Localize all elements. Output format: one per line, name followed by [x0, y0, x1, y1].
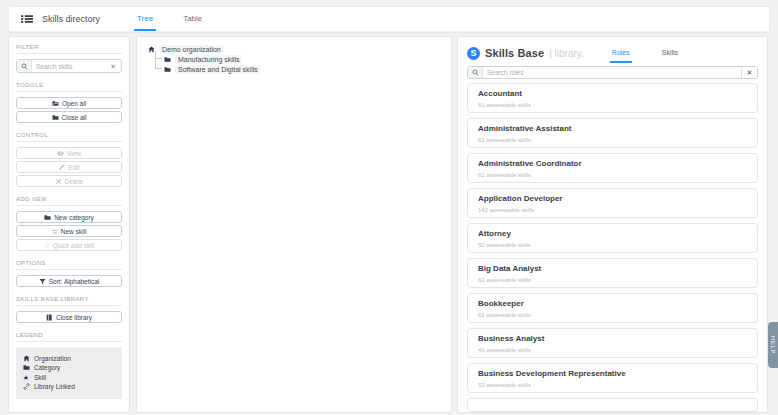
x-icon [55, 178, 62, 185]
tree-node-manufacturing-skills[interactable]: Manufacturing skills [152, 54, 440, 64]
section-label-control: CONTROL [16, 132, 122, 142]
new-skill-button[interactable]: ☆ New skill [16, 225, 122, 237]
skills-search-group: ✕ [16, 59, 122, 73]
role-name: Business Development Representative [478, 369, 747, 378]
tab-skills[interactable]: Skills [660, 43, 680, 63]
search-icon [17, 60, 32, 72]
book-icon [46, 314, 53, 321]
role-name: Attorney [478, 229, 747, 238]
role-card[interactable]: Accountant 61 assessable skills [467, 83, 758, 113]
search-icon [468, 67, 483, 78]
view-label: View [67, 150, 81, 157]
search-roles-input[interactable] [483, 69, 741, 76]
role-card[interactable]: Application Developer 142 assessable ski… [467, 188, 758, 218]
page-title: Skills directory [42, 14, 100, 24]
role-skill-count: 142 assessable skills [478, 207, 747, 213]
tab-roles[interactable]: Roles [610, 43, 632, 63]
role-skill-count: 53 assessable skills [478, 382, 747, 388]
legend-label: Skill [34, 374, 46, 381]
tree-panel: Demo organization Manufacturing skills S… [136, 36, 452, 413]
role-name: Bookkeeper [478, 299, 747, 308]
roles-search-group: ✕ [467, 66, 758, 79]
clear-search-icon[interactable]: ✕ [105, 63, 121, 70]
tree-node-organization[interactable]: Demo organization [148, 44, 440, 54]
legend-box: Organization Category ★ Skill Library Li… [16, 347, 122, 399]
tab-tree[interactable]: Tree [134, 7, 156, 31]
role-card[interactable]: Administrative Assistant 61 assessable s… [467, 118, 758, 148]
help-tab[interactable]: HELP [768, 322, 778, 368]
sort-alphabetical-button[interactable]: Sort: Alphabetical [16, 275, 122, 287]
folder-icon [44, 214, 51, 221]
sidebar: FILTER ✕ TOGGLE Open all Close all CONTR… [8, 36, 130, 413]
role-skill-count: 46 assessable skills [478, 347, 747, 353]
tree-node-label[interactable]: Software and Digital skills [175, 65, 261, 74]
brand-suffix: | library. [549, 48, 584, 59]
open-all-label: Open all [62, 100, 86, 107]
search-skills-input[interactable] [32, 63, 105, 70]
tree-children: Manufacturing skills Software and Digita… [152, 54, 440, 74]
home-icon [148, 46, 155, 53]
new-category-button[interactable]: New category [16, 211, 122, 223]
list-icon [21, 14, 33, 24]
library-header: S Skills Base | library. Roles Skills [467, 43, 758, 63]
role-card[interactable]: Big Data Analyst 61 assessable skills [467, 258, 758, 288]
role-name: Business Analyst [478, 334, 747, 343]
role-skill-count: 61 assessable skills [478, 172, 747, 178]
close-all-label: Close all [62, 114, 87, 121]
open-all-button[interactable]: Open all [16, 97, 122, 109]
new-skill-label: New skill [61, 228, 87, 235]
section-label-skills-base-library: SKILLS BASE LIBRARY [16, 296, 122, 306]
skills-base-logo-icon: S [467, 47, 480, 60]
library-tabs: Roles Skills [610, 43, 680, 63]
pencil-icon [58, 164, 65, 171]
legend-item-skill: ★ Skill [22, 374, 116, 381]
legend-item-library-linked: Library Linked [22, 383, 116, 390]
role-skill-count: 61 assessable skills [478, 277, 747, 283]
star-outline-icon: ☆ [43, 242, 49, 249]
eye-icon [57, 150, 64, 157]
legend-label: Category [34, 364, 60, 371]
view-tabs: Tree Table [134, 7, 205, 31]
role-name: Application Developer [478, 194, 747, 203]
edit-label: Edit [68, 164, 79, 171]
close-all-button[interactable]: Close all [16, 111, 122, 123]
role-name: Administrative Assistant [478, 124, 747, 133]
topbar: Skills directory Tree Table [8, 6, 770, 32]
link-icon [22, 383, 30, 390]
role-card[interactable]: Business Analyst 46 assessable skills [467, 328, 758, 358]
edit-button[interactable]: Edit [16, 161, 122, 173]
star-icon: ★ [22, 374, 30, 381]
close-library-label: Close library [56, 314, 92, 321]
quick-add-skill-label: Quick add skill [53, 242, 95, 249]
tab-table[interactable]: Table [180, 7, 205, 31]
tree-node-label[interactable]: Manufacturing skills [175, 55, 242, 64]
role-name: Big Data Analyst [478, 264, 747, 273]
section-label-legend: LEGEND [16, 332, 122, 342]
role-card[interactable]: Attorney 50 assessable skills [467, 223, 758, 253]
view-button[interactable]: View [16, 147, 122, 159]
folder-icon [22, 364, 30, 371]
clear-roles-search-button[interactable]: ✕ [741, 67, 757, 78]
role-card[interactable]: Business Development Representative 53 a… [467, 363, 758, 393]
folder-icon [164, 56, 171, 63]
role-skill-count: 61 assessable skills [478, 137, 747, 143]
tree-node-software-digital-skills[interactable]: Software and Digital skills [152, 64, 440, 74]
role-skill-count: 50 assessable skills [478, 242, 747, 248]
funnel-icon [39, 278, 46, 285]
folder-icon [164, 66, 171, 73]
role-card[interactable] [467, 398, 758, 412]
close-library-button[interactable]: Close library [16, 311, 122, 323]
delete-button[interactable]: Delete [16, 175, 122, 187]
tree-node-label[interactable]: Demo organization [159, 45, 224, 54]
role-card[interactable]: Bookkeeper 61 assessable skills [467, 293, 758, 323]
brand-name: Skills Base [485, 47, 544, 59]
home-icon [22, 355, 30, 362]
quick-add-skill-button[interactable]: ☆ Quick add skill [16, 239, 122, 251]
roles-list: Accountant 61 assessable skills Administ… [467, 83, 758, 412]
section-label-toggle: TOGGLE [16, 82, 122, 92]
star-outline-icon: ☆ [52, 228, 58, 235]
role-card[interactable]: Administrative Coordinator 61 assessable… [467, 153, 758, 183]
legend-item-category: Category [22, 364, 116, 371]
sort-alphabetical-label: Sort: Alphabetical [49, 278, 100, 285]
folder-open-icon [52, 100, 59, 107]
